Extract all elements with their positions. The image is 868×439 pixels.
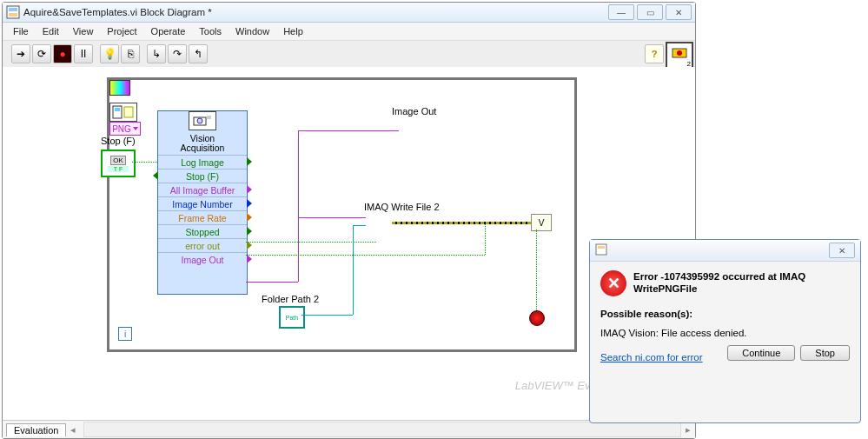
wire-stop-h (132, 162, 157, 163)
window-buttons: — ▭ ✕ (608, 4, 692, 20)
wire-image-out-h2 (298, 130, 399, 131)
wire-error-h (392, 222, 531, 224)
horizontal-scrollbar[interactable] (83, 422, 681, 437)
menu-window[interactable]: Window (229, 24, 276, 38)
svg-rect-9 (115, 108, 120, 111)
loop-iteration-terminal[interactable]: i (118, 327, 132, 341)
step-over-button[interactable]: ↷ (168, 44, 187, 63)
minimize-button[interactable]: — (608, 4, 634, 20)
scroll-left-button[interactable]: ◂ (66, 424, 80, 436)
menu-file[interactable]: File (6, 24, 36, 38)
image-out-label: Image Out (392, 106, 436, 116)
image-thumb-icon (109, 80, 130, 96)
folder-path-control[interactable]: Path (279, 306, 305, 329)
wire-image-out-v (298, 130, 299, 282)
ok-button-face: OK (110, 156, 126, 165)
svg-rect-7 (207, 116, 211, 119)
svg-rect-11 (596, 244, 606, 255)
window-title: Aquire&SaveTemplates.vi Block Diagram * (23, 7, 608, 17)
express-terminal-stop-f-[interactable]: Stop (F) (158, 169, 247, 183)
svg-rect-12 (598, 246, 605, 249)
stop-button[interactable]: Stop (800, 345, 850, 361)
dialog-app-icon (595, 243, 607, 257)
image-out-indicator[interactable] (109, 80, 137, 103)
search-ni-link[interactable]: Search ni.com for error (600, 352, 703, 363)
svg-point-6 (197, 118, 202, 123)
vi-icon[interactable]: 2 (666, 42, 693, 70)
menu-project[interactable]: Project (100, 24, 143, 38)
menu-view[interactable]: View (66, 24, 101, 38)
wire-image-out-h1 (246, 282, 298, 283)
express-terminal-log-image[interactable]: Log Image (158, 155, 247, 169)
express-vi-header: VisionAcquisition (158, 111, 247, 155)
pause-button[interactable]: II (74, 44, 93, 63)
menu-help[interactable]: Help (276, 24, 310, 38)
wire-path-h2 (353, 225, 366, 226)
dialog-body: ✕ Error -1074395992 occurred at IMAQ Wri… (590, 262, 860, 371)
wire-frame-h (246, 242, 376, 243)
close-button[interactable]: ✕ (666, 4, 692, 20)
evaluation-tab[interactable]: Evaluation (6, 423, 66, 436)
imaq-write-label: IMAQ Write File 2 (364, 202, 440, 212)
maximize-button[interactable]: ▭ (637, 4, 663, 20)
loop-stop-condition[interactable] (529, 310, 545, 326)
menu-edit[interactable]: Edit (36, 24, 66, 38)
step-out-button[interactable]: ↰ (189, 44, 208, 63)
menubar: File Edit View Project Operate Tools Win… (3, 23, 695, 41)
continue-button[interactable]: Continue (727, 345, 795, 361)
express-terminal-all-image-buffer[interactable]: All Image Buffer (158, 183, 247, 196)
imaq-write-file-vi[interactable] (109, 103, 137, 122)
express-terminal-frame-rate[interactable]: Frame Rate (158, 210, 247, 224)
menu-tools[interactable]: Tools (192, 24, 229, 38)
possible-reasons-header: Possible reason(s): (600, 309, 850, 319)
wire-stopped-v (485, 223, 486, 255)
menu-operate[interactable]: Operate (144, 24, 193, 38)
highlight-button[interactable]: 💡 (100, 44, 119, 63)
wire-stopped-h (246, 255, 485, 256)
scroll-right-button[interactable]: ▸ (681, 424, 695, 436)
error-heading: Error -1074395992 occurred at IMAQ Write… (633, 270, 850, 295)
svg-rect-1 (9, 8, 17, 11)
png-format-selector[interactable]: PNG (109, 122, 141, 136)
express-terminal-stopped[interactable]: Stopped (158, 224, 247, 238)
wire-path-v (353, 225, 354, 315)
error-dialog: ✕ ✕ Error -1074395992 occurred at IMAQ W… (589, 239, 861, 423)
svg-rect-2 (9, 13, 17, 17)
camera-icon (189, 111, 216, 130)
step-in-button[interactable]: ↳ (147, 44, 166, 63)
folder-path-label: Folder Path 2 (262, 294, 319, 304)
vision-acquisition-express-vi[interactable]: VisionAcquisition Log ImageStop (F)All I… (157, 110, 248, 295)
express-vi-caption: VisionAcquisition (181, 132, 225, 155)
abort-button[interactable]: ● (53, 44, 72, 63)
svg-point-4 (677, 50, 682, 56)
express-terminal-image-number[interactable]: Image Number (158, 196, 247, 210)
run-button[interactable]: ➔ (11, 44, 30, 63)
express-terminal-image-out[interactable]: Image Out (158, 252, 247, 266)
stop-boolean-control[interactable]: OK T F (101, 150, 136, 177)
wire-image-to-imaq (298, 217, 366, 218)
stop-control-label: Stop (F) (101, 136, 136, 146)
toolbar: ➔ ⟳ ● II 💡 ⎘ ↳ ↷ ↰ ? 2 (3, 41, 695, 68)
tf-indicator: T F (108, 166, 129, 172)
main-titlebar[interactable]: Aquire&SaveTemplates.vi Block Diagram * … (3, 3, 695, 23)
run-continuous-button[interactable]: ⟳ (32, 44, 51, 63)
app-icon (6, 5, 20, 19)
express-terminal-error-out[interactable]: error out (158, 238, 247, 252)
or-gate[interactable]: V (531, 214, 552, 231)
svg-rect-10 (124, 107, 133, 117)
error-reason-text: IMAQ Vision: File access denied. (600, 328, 850, 338)
wire-path-h1 (301, 315, 353, 316)
retain-button[interactable]: ⎘ (121, 44, 140, 63)
wire-or-to-stop (536, 229, 537, 310)
while-loop[interactable]: Stop (F) OK T F VisionAcquisition Log Im… (107, 77, 577, 352)
error-icon: ✕ (600, 270, 626, 296)
dialog-close-button[interactable]: ✕ (829, 243, 855, 258)
context-help-button[interactable]: ? (645, 44, 664, 63)
dialog-titlebar[interactable]: ✕ (590, 240, 860, 262)
